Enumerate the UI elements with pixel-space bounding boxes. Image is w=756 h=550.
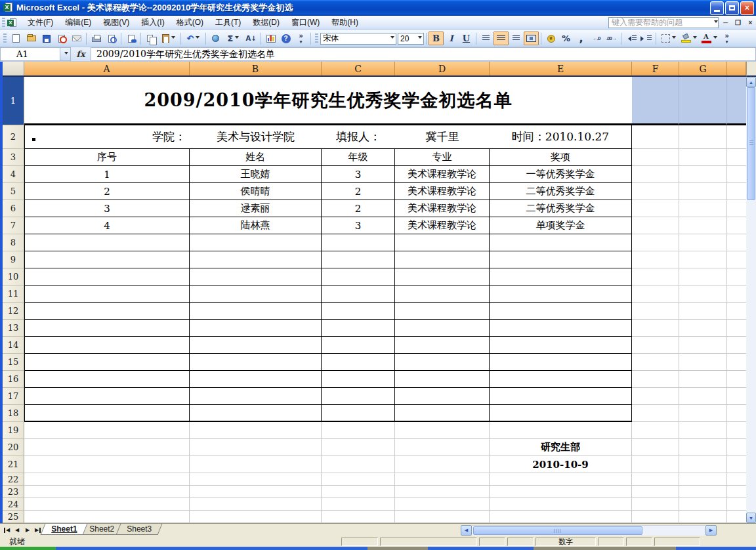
cell[interactable] xyxy=(190,422,322,439)
cell[interactable] xyxy=(632,77,679,125)
cell[interactable] xyxy=(190,486,322,498)
cell[interactable] xyxy=(395,251,490,268)
cell[interactable] xyxy=(395,371,490,388)
cell[interactable] xyxy=(395,303,490,320)
fill-color-button[interactable] xyxy=(679,32,699,45)
cell[interactable] xyxy=(632,200,679,217)
cell[interactable] xyxy=(395,422,490,439)
row-header[interactable]: 11 xyxy=(3,286,24,303)
cell[interactable] xyxy=(24,511,190,523)
align-right-button[interactable] xyxy=(509,32,524,45)
cell[interactable]: 美术与设计学院 xyxy=(190,125,322,149)
autosum-button[interactable]: Σ xyxy=(223,32,243,45)
percent-style-button[interactable]: % xyxy=(558,32,574,45)
cell[interactable] xyxy=(727,217,746,234)
column-header-partial[interactable] xyxy=(727,62,746,75)
open-button[interactable] xyxy=(24,32,39,45)
close-button[interactable]: × xyxy=(740,1,754,15)
scroll-up-button[interactable]: ▲ xyxy=(746,77,756,87)
cell[interactable]: 2 xyxy=(322,183,395,200)
cell[interactable] xyxy=(322,234,395,251)
cell[interactable] xyxy=(679,149,727,166)
chart-wizard-button[interactable] xyxy=(263,32,278,45)
cell[interactable] xyxy=(679,337,727,354)
cell[interactable] xyxy=(190,286,322,303)
cell[interactable] xyxy=(679,320,727,337)
horizontal-scrollbar[interactable]: ◀ ▶ xyxy=(461,524,717,536)
decrease-decimal-button[interactable]: .00→ xyxy=(604,32,619,45)
menu-window[interactable]: 窗口(W) xyxy=(285,15,326,30)
cell[interactable] xyxy=(727,337,746,354)
horizontal-scroll-track[interactable] xyxy=(472,525,705,536)
cell[interactable] xyxy=(190,456,322,473)
row-header[interactable]: 8 xyxy=(3,234,24,251)
cell[interactable] xyxy=(24,473,190,486)
cell[interactable] xyxy=(632,354,679,371)
cell[interactable]: 二等优秀奖学金 xyxy=(490,183,632,200)
workbook-restore-button[interactable]: ❐ xyxy=(732,18,744,28)
cell[interactable] xyxy=(395,320,490,337)
comma-style-button[interactable]: , xyxy=(574,32,589,45)
cell[interactable] xyxy=(24,268,190,286)
cell[interactable] xyxy=(679,286,727,303)
cell[interactable] xyxy=(490,473,632,486)
cell[interactable] xyxy=(490,371,632,388)
cell[interactable] xyxy=(727,439,746,456)
italic-button[interactable]: I xyxy=(444,32,459,45)
cell[interactable] xyxy=(632,422,679,439)
permission-button[interactable] xyxy=(54,32,69,45)
cell[interactable] xyxy=(322,286,395,303)
align-left-button[interactable] xyxy=(478,32,494,45)
row-header[interactable]: 19 xyxy=(3,422,24,439)
cell[interactable]: 逯素丽 xyxy=(190,200,322,217)
cell[interactable] xyxy=(490,354,632,371)
cell[interactable] xyxy=(632,473,679,486)
column-header-f[interactable]: F xyxy=(632,62,679,75)
cell[interactable]: 3 xyxy=(24,200,190,217)
cell[interactable] xyxy=(490,286,632,303)
row-header[interactable]: 2 xyxy=(3,125,24,149)
column-header-c[interactable]: C xyxy=(322,62,395,75)
help-button[interactable]: ? xyxy=(278,32,293,45)
cell[interactable] xyxy=(679,234,727,251)
cell[interactable] xyxy=(490,511,632,523)
cell[interactable]: 4 xyxy=(24,217,190,234)
cell[interactable] xyxy=(727,251,746,268)
cell[interactable] xyxy=(727,388,746,405)
row-header[interactable]: 3 xyxy=(3,149,24,166)
column-header-b[interactable]: B xyxy=(190,62,322,75)
row-header[interactable]: 24 xyxy=(3,498,24,511)
cell[interactable] xyxy=(490,388,632,405)
save-button[interactable] xyxy=(39,32,54,45)
menu-format[interactable]: 格式(O) xyxy=(171,15,209,30)
horizontal-scroll-thumb[interactable] xyxy=(473,526,642,535)
cell[interactable] xyxy=(190,337,322,354)
cell[interactable] xyxy=(395,405,490,422)
cell-footer-dept[interactable]: 研究生部 xyxy=(490,439,632,456)
cell[interactable] xyxy=(322,405,395,422)
cell[interactable] xyxy=(190,473,322,486)
row-header[interactable]: 9 xyxy=(3,251,24,268)
increase-decimal-button[interactable]: ←.0 xyxy=(589,32,604,45)
name-box[interactable]: A1 xyxy=(0,47,60,61)
cell[interactable] xyxy=(395,456,490,473)
cell[interactable] xyxy=(632,511,679,523)
cell[interactable] xyxy=(24,286,190,303)
cell[interactable] xyxy=(322,337,395,354)
row-header[interactable]: 6 xyxy=(3,200,24,217)
print-button[interactable] xyxy=(89,32,104,45)
cell[interactable] xyxy=(24,337,190,354)
cell[interactable] xyxy=(24,439,190,456)
cell[interactable] xyxy=(322,498,395,511)
cell[interactable] xyxy=(632,498,679,511)
cell[interactable]: 王晓婧 xyxy=(190,166,322,183)
cell[interactable] xyxy=(395,354,490,371)
align-center-button[interactable] xyxy=(494,32,509,45)
cell[interactable]: 1 xyxy=(24,166,190,183)
cell[interactable] xyxy=(395,286,490,303)
cell[interactable]: 美术课程教学论 xyxy=(395,217,490,234)
bold-button[interactable]: B xyxy=(429,32,444,45)
help-question-input[interactable]: 键入需要帮助的问题 xyxy=(608,17,719,28)
select-all-corner[interactable] xyxy=(3,62,24,75)
menu-data[interactable]: 数据(D) xyxy=(247,15,285,30)
